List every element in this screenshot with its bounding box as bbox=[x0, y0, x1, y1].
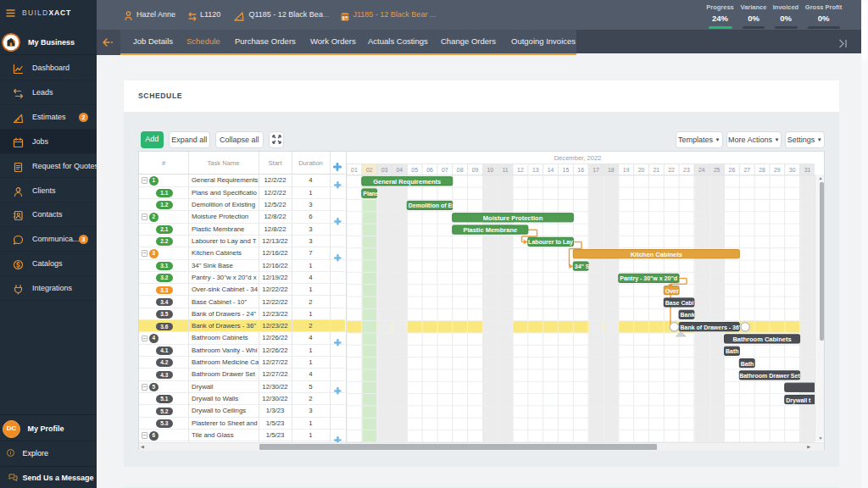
svg-text:December, 2022: December, 2022 bbox=[554, 154, 601, 162]
svg-text:29: 29 bbox=[774, 167, 781, 173]
svg-text:04: 04 bbox=[396, 167, 403, 173]
svg-text:01: 01 bbox=[351, 167, 358, 173]
svg-text:18: 18 bbox=[608, 167, 615, 173]
svg-text:14: 14 bbox=[547, 167, 554, 173]
svg-text:26: 26 bbox=[728, 167, 735, 173]
svg-text:28: 28 bbox=[759, 167, 765, 173]
svg-text:Pantry - 30"w x 20"d x: Pantry - 30"w x 20"d x bbox=[620, 275, 682, 282]
svg-text:Bank of Drawers - 36": Bank of Drawers - 36" bbox=[680, 324, 742, 330]
svg-text:34" S: 34" S bbox=[574, 263, 589, 269]
svg-text:Bath: Bath bbox=[741, 360, 754, 366]
svg-text:17: 17 bbox=[593, 167, 599, 173]
svg-text:24: 24 bbox=[698, 167, 705, 173]
svg-text:11: 11 bbox=[502, 167, 508, 173]
svg-text:19: 19 bbox=[623, 167, 630, 173]
svg-text:Labourer to Lay: Labourer to Lay bbox=[528, 239, 573, 246]
svg-text:03: 03 bbox=[381, 167, 387, 173]
svg-text:General Requirements: General Requirements bbox=[373, 177, 441, 185]
svg-text:16: 16 bbox=[577, 167, 584, 173]
svg-text:05: 05 bbox=[411, 167, 418, 173]
svg-text:10: 10 bbox=[487, 167, 493, 173]
svg-text:Bank: Bank bbox=[680, 312, 694, 318]
svg-text:Plastic Membrane: Plastic Membrane bbox=[463, 226, 517, 234]
svg-text:09: 09 bbox=[471, 167, 478, 173]
svg-text:07: 07 bbox=[442, 167, 448, 173]
svg-text:31: 31 bbox=[804, 167, 810, 173]
svg-text:13: 13 bbox=[532, 167, 539, 173]
svg-text:27: 27 bbox=[743, 167, 750, 173]
svg-text:30: 30 bbox=[789, 167, 796, 173]
svg-text:23: 23 bbox=[683, 167, 690, 173]
svg-text:Bathroom Cabinets: Bathroom Cabinets bbox=[732, 335, 791, 342]
svg-text:21: 21 bbox=[653, 167, 659, 173]
svg-text:25: 25 bbox=[713, 167, 720, 173]
svg-text:Demolition of Ex: Demolition of Ex bbox=[408, 202, 454, 208]
svg-text:Plans: Plans bbox=[363, 191, 379, 197]
svg-text:Base Cabi: Base Cabi bbox=[665, 300, 693, 306]
svg-text:Kitchen Cabinets: Kitchen Cabinets bbox=[630, 250, 682, 258]
svg-text:Moisture Protection: Moisture Protection bbox=[482, 214, 542, 221]
svg-text:08: 08 bbox=[457, 167, 464, 173]
svg-text:06: 06 bbox=[426, 167, 433, 173]
svg-text:Bathroom Drawer Set: Bathroom Drawer Set bbox=[739, 372, 800, 378]
svg-text:22: 22 bbox=[668, 167, 675, 173]
svg-text:Bath: Bath bbox=[726, 348, 739, 354]
svg-text:12: 12 bbox=[517, 167, 524, 173]
svg-text:15: 15 bbox=[562, 167, 569, 173]
svg-text:Over: Over bbox=[665, 287, 678, 293]
svg-text:02: 02 bbox=[366, 167, 373, 173]
svg-text:Drywall t: Drywall t bbox=[786, 396, 811, 403]
svg-text:20: 20 bbox=[637, 167, 644, 173]
